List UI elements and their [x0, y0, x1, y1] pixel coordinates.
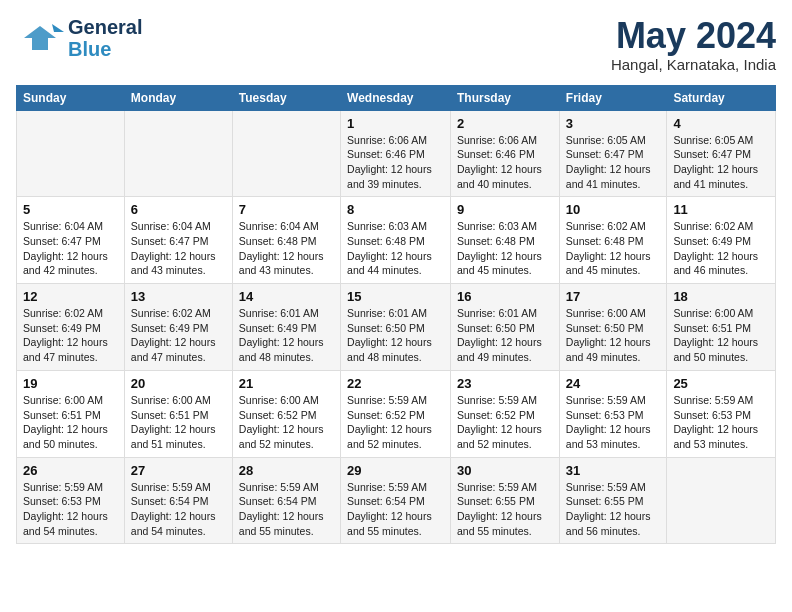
col-tuesday: Tuesday — [232, 85, 340, 110]
day-number: 12 — [23, 289, 118, 304]
calendar-cell — [17, 110, 125, 197]
calendar-cell: 14Sunrise: 6:01 AM Sunset: 6:49 PM Dayli… — [232, 284, 340, 371]
calendar-cell: 24Sunrise: 5:59 AM Sunset: 6:53 PM Dayli… — [559, 370, 667, 457]
location-subtitle: Hangal, Karnataka, India — [611, 56, 776, 73]
day-number: 13 — [131, 289, 226, 304]
day-info: Sunrise: 6:04 AM Sunset: 6:48 PM Dayligh… — [239, 219, 334, 278]
calendar-cell — [232, 110, 340, 197]
calendar-cell: 12Sunrise: 6:02 AM Sunset: 6:49 PM Dayli… — [17, 284, 125, 371]
calendar-header: Sunday Monday Tuesday Wednesday Thursday… — [17, 85, 776, 110]
day-info: Sunrise: 6:00 AM Sunset: 6:50 PM Dayligh… — [566, 306, 661, 365]
day-number: 31 — [566, 463, 661, 478]
day-number: 15 — [347, 289, 444, 304]
logo: General Blue — [16, 16, 142, 60]
weekday-header-row: Sunday Monday Tuesday Wednesday Thursday… — [17, 85, 776, 110]
day-number: 29 — [347, 463, 444, 478]
day-info: Sunrise: 5:59 AM Sunset: 6:52 PM Dayligh… — [457, 393, 553, 452]
day-info: Sunrise: 6:02 AM Sunset: 6:48 PM Dayligh… — [566, 219, 661, 278]
day-info: Sunrise: 6:05 AM Sunset: 6:47 PM Dayligh… — [673, 133, 769, 192]
day-info: Sunrise: 5:59 AM Sunset: 6:55 PM Dayligh… — [457, 480, 553, 539]
calendar-week-row: 1Sunrise: 6:06 AM Sunset: 6:46 PM Daylig… — [17, 110, 776, 197]
day-number: 3 — [566, 116, 661, 131]
calendar-cell: 7Sunrise: 6:04 AM Sunset: 6:48 PM Daylig… — [232, 197, 340, 284]
col-friday: Friday — [559, 85, 667, 110]
calendar-cell: 9Sunrise: 6:03 AM Sunset: 6:48 PM Daylig… — [451, 197, 560, 284]
calendar-cell: 26Sunrise: 5:59 AM Sunset: 6:53 PM Dayli… — [17, 457, 125, 544]
day-info: Sunrise: 5:59 AM Sunset: 6:55 PM Dayligh… — [566, 480, 661, 539]
day-number: 11 — [673, 202, 769, 217]
day-number: 2 — [457, 116, 553, 131]
calendar-table: Sunday Monday Tuesday Wednesday Thursday… — [16, 85, 776, 545]
col-saturday: Saturday — [667, 85, 776, 110]
day-number: 25 — [673, 376, 769, 391]
svg-marker-0 — [24, 26, 56, 50]
day-number: 17 — [566, 289, 661, 304]
col-monday: Monday — [124, 85, 232, 110]
day-info: Sunrise: 6:03 AM Sunset: 6:48 PM Dayligh… — [347, 219, 444, 278]
day-number: 22 — [347, 376, 444, 391]
day-number: 30 — [457, 463, 553, 478]
calendar-cell: 11Sunrise: 6:02 AM Sunset: 6:49 PM Dayli… — [667, 197, 776, 284]
day-info: Sunrise: 6:00 AM Sunset: 6:51 PM Dayligh… — [673, 306, 769, 365]
day-number: 16 — [457, 289, 553, 304]
calendar-week-row: 12Sunrise: 6:02 AM Sunset: 6:49 PM Dayli… — [17, 284, 776, 371]
calendar-body: 1Sunrise: 6:06 AM Sunset: 6:46 PM Daylig… — [17, 110, 776, 544]
calendar-cell: 16Sunrise: 6:01 AM Sunset: 6:50 PM Dayli… — [451, 284, 560, 371]
calendar-cell: 1Sunrise: 6:06 AM Sunset: 6:46 PM Daylig… — [341, 110, 451, 197]
day-info: Sunrise: 6:06 AM Sunset: 6:46 PM Dayligh… — [457, 133, 553, 192]
calendar-cell: 25Sunrise: 5:59 AM Sunset: 6:53 PM Dayli… — [667, 370, 776, 457]
day-info: Sunrise: 6:00 AM Sunset: 6:51 PM Dayligh… — [131, 393, 226, 452]
day-number: 28 — [239, 463, 334, 478]
day-number: 24 — [566, 376, 661, 391]
calendar-cell: 4Sunrise: 6:05 AM Sunset: 6:47 PM Daylig… — [667, 110, 776, 197]
title-block: May 2024 Hangal, Karnataka, India — [611, 16, 776, 73]
day-number: 21 — [239, 376, 334, 391]
day-number: 19 — [23, 376, 118, 391]
calendar-cell: 13Sunrise: 6:02 AM Sunset: 6:49 PM Dayli… — [124, 284, 232, 371]
day-info: Sunrise: 6:03 AM Sunset: 6:48 PM Dayligh… — [457, 219, 553, 278]
calendar-cell: 31Sunrise: 5:59 AM Sunset: 6:55 PM Dayli… — [559, 457, 667, 544]
day-number: 10 — [566, 202, 661, 217]
day-info: Sunrise: 5:59 AM Sunset: 6:54 PM Dayligh… — [131, 480, 226, 539]
calendar-cell: 5Sunrise: 6:04 AM Sunset: 6:47 PM Daylig… — [17, 197, 125, 284]
calendar-week-row: 5Sunrise: 6:04 AM Sunset: 6:47 PM Daylig… — [17, 197, 776, 284]
calendar-cell — [667, 457, 776, 544]
day-info: Sunrise: 6:01 AM Sunset: 6:50 PM Dayligh… — [457, 306, 553, 365]
calendar-cell: 22Sunrise: 5:59 AM Sunset: 6:52 PM Dayli… — [341, 370, 451, 457]
logo-blue: Blue — [68, 38, 142, 60]
day-info: Sunrise: 6:04 AM Sunset: 6:47 PM Dayligh… — [23, 219, 118, 278]
calendar-cell: 29Sunrise: 5:59 AM Sunset: 6:54 PM Dayli… — [341, 457, 451, 544]
month-year-title: May 2024 — [611, 16, 776, 56]
day-info: Sunrise: 6:05 AM Sunset: 6:47 PM Dayligh… — [566, 133, 661, 192]
calendar-cell: 19Sunrise: 6:00 AM Sunset: 6:51 PM Dayli… — [17, 370, 125, 457]
calendar-cell: 8Sunrise: 6:03 AM Sunset: 6:48 PM Daylig… — [341, 197, 451, 284]
calendar-cell: 28Sunrise: 5:59 AM Sunset: 6:54 PM Dayli… — [232, 457, 340, 544]
day-info: Sunrise: 5:59 AM Sunset: 6:54 PM Dayligh… — [347, 480, 444, 539]
day-info: Sunrise: 6:02 AM Sunset: 6:49 PM Dayligh… — [131, 306, 226, 365]
day-info: Sunrise: 6:01 AM Sunset: 6:49 PM Dayligh… — [239, 306, 334, 365]
calendar-cell: 17Sunrise: 6:00 AM Sunset: 6:50 PM Dayli… — [559, 284, 667, 371]
col-sunday: Sunday — [17, 85, 125, 110]
logo-icon — [16, 18, 64, 58]
day-info: Sunrise: 6:06 AM Sunset: 6:46 PM Dayligh… — [347, 133, 444, 192]
day-number: 6 — [131, 202, 226, 217]
day-number: 26 — [23, 463, 118, 478]
day-number: 9 — [457, 202, 553, 217]
calendar-cell: 21Sunrise: 6:00 AM Sunset: 6:52 PM Dayli… — [232, 370, 340, 457]
calendar-cell: 10Sunrise: 6:02 AM Sunset: 6:48 PM Dayli… — [559, 197, 667, 284]
day-number: 20 — [131, 376, 226, 391]
calendar-cell: 20Sunrise: 6:00 AM Sunset: 6:51 PM Dayli… — [124, 370, 232, 457]
day-info: Sunrise: 6:00 AM Sunset: 6:52 PM Dayligh… — [239, 393, 334, 452]
day-number: 7 — [239, 202, 334, 217]
day-number: 27 — [131, 463, 226, 478]
day-info: Sunrise: 6:01 AM Sunset: 6:50 PM Dayligh… — [347, 306, 444, 365]
calendar-cell: 6Sunrise: 6:04 AM Sunset: 6:47 PM Daylig… — [124, 197, 232, 284]
calendar-cell: 2Sunrise: 6:06 AM Sunset: 6:46 PM Daylig… — [451, 110, 560, 197]
day-number: 4 — [673, 116, 769, 131]
calendar-cell — [124, 110, 232, 197]
day-info: Sunrise: 5:59 AM Sunset: 6:52 PM Dayligh… — [347, 393, 444, 452]
day-info: Sunrise: 6:00 AM Sunset: 6:51 PM Dayligh… — [23, 393, 118, 452]
calendar-cell: 23Sunrise: 5:59 AM Sunset: 6:52 PM Dayli… — [451, 370, 560, 457]
calendar-cell: 15Sunrise: 6:01 AM Sunset: 6:50 PM Dayli… — [341, 284, 451, 371]
col-thursday: Thursday — [451, 85, 560, 110]
